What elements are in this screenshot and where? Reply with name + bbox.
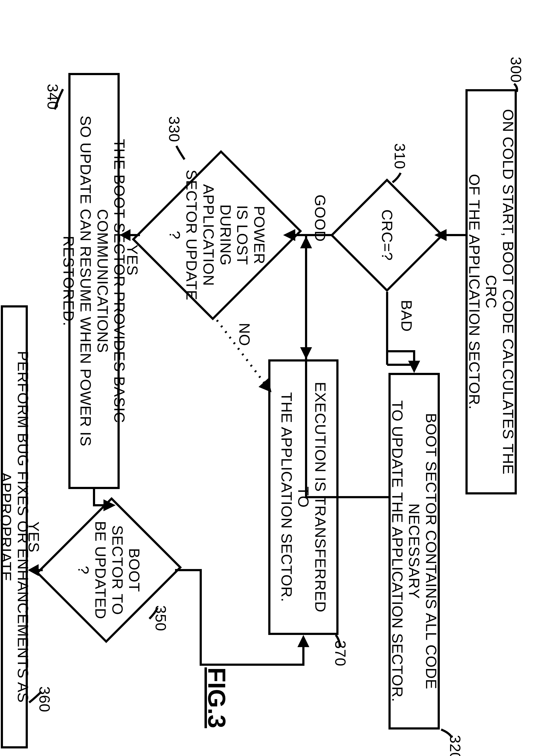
- decision-crc-good: GOOD: [311, 195, 329, 242]
- ref-350: 350: [152, 605, 170, 631]
- process-cold-start: ON COLD START, BOOT CODE CALCULATES THE …: [466, 89, 517, 495]
- decision-crc-bad: BAD: [398, 300, 415, 332]
- process-boot-comm: THE BOOT SECTOR PROVIDES BASIC COMMUNICA…: [68, 73, 120, 489]
- ref-340: 340: [44, 84, 62, 110]
- process-bugfix-text: PERFORM BUG FIXES OR ENHANCEMENTS AS APP…: [0, 315, 31, 738]
- svg-marker-10: [300, 347, 312, 359]
- process-boot-sector-code-text: BOOT SECTOR CONTAINS ALL CODE NECESSARY …: [389, 383, 440, 719]
- svg-marker-18: [297, 635, 309, 647]
- ref-310: 310: [391, 143, 409, 169]
- decision-crc: CRC=?: [331, 178, 444, 292]
- process-bugfix: PERFORM BUG FIXES OR ENHANCEMENTS AS APP…: [1, 305, 28, 748]
- process-boot-sector-code: BOOT SECTOR CONTAINS ALL CODE NECESSARY …: [388, 373, 440, 730]
- svg-marker-6: [300, 236, 312, 248]
- figure-label: FIG.3: [202, 667, 230, 728]
- ref-330: 330: [166, 116, 183, 142]
- ref-370: 370: [332, 640, 349, 666]
- decision-power-lost: POWER IS LOST DURING APPLICATION SECTOR …: [136, 146, 298, 324]
- process-boot-comm-text: THE BOOT SECTOR PROVIDES BASIC COMMUNICA…: [60, 83, 128, 479]
- decision-boot-update-text: BOOT SECTOR TO BE UPDATED ?: [75, 521, 143, 619]
- process-exec-transfer-text: EXECUTION IS TRANSFERRED TO THE APPLICAT…: [278, 370, 329, 625]
- decision-power-lost-no: NO: [236, 323, 253, 346]
- ref-360: 360: [36, 686, 53, 712]
- decision-crc-text: CRC=?: [379, 209, 396, 261]
- process-exec-transfer: EXECUTION IS TRANSFERRED TO THE APPLICAT…: [268, 359, 338, 635]
- process-cold-start-text: ON COLD START, BOOT CODE CALCULATES THE …: [466, 99, 517, 484]
- flowchart-canvas: ON COLD START, BOOT CODE CALCULATES THE …: [0, 0, 533, 756]
- svg-marker-4: [408, 361, 420, 373]
- ref-300: 300: [507, 57, 525, 83]
- ref-320: 320: [446, 735, 464, 756]
- svg-marker-21: [408, 361, 420, 373]
- decision-power-lost-text: POWER IS LOST DURING APPLICATION SECTOR …: [166, 168, 268, 303]
